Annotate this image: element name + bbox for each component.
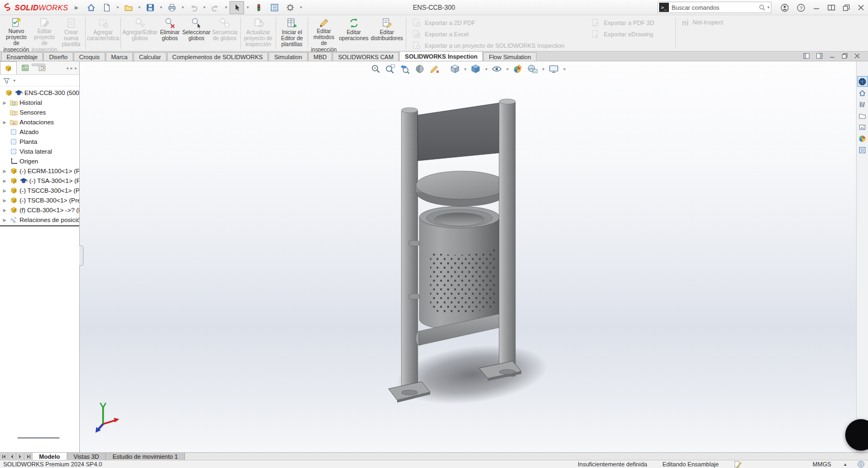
export-2d-pdf-button[interactable]: Exportar a 2D PDF bbox=[412, 17, 583, 28]
tree-item-origen[interactable]: Origen bbox=[0, 156, 79, 166]
panel-tab-scroll-arrows[interactable]: ◂▸▸ bbox=[66, 66, 79, 71]
command-search[interactable]: >_ ▼ bbox=[658, 2, 771, 13]
panel-collapse-handle[interactable] bbox=[31, 64, 46, 66]
expand-arrow-icon[interactable]: ▶ bbox=[1, 208, 8, 213]
filter-caret-icon[interactable]: ▼ bbox=[12, 79, 16, 83]
doc-restore-icon[interactable] bbox=[841, 53, 848, 59]
custom-properties-button[interactable] bbox=[857, 144, 868, 155]
export-pdf-3d-button[interactable]: Exportar a PDF 3D bbox=[591, 17, 669, 28]
view-settings-button[interactable] bbox=[547, 63, 560, 75]
dropdown-caret-icon[interactable]: ▼ bbox=[541, 67, 545, 71]
tab-modelo[interactable]: Modelo bbox=[33, 453, 67, 460]
dropdown-caret-icon[interactable]: ▼ bbox=[299, 5, 303, 9]
ribbon-secuencia-globos-button[interactable]: Secuencia de globos bbox=[210, 16, 239, 50]
minimize-button[interactable] bbox=[813, 4, 820, 11]
user-account-button[interactable] bbox=[780, 3, 789, 12]
units-label[interactable]: MMGS bbox=[813, 461, 831, 467]
panel-horizontal-scrollbar[interactable] bbox=[17, 437, 60, 439]
tab-vistas-3d[interactable]: Vistas 3D bbox=[67, 453, 106, 460]
select-tool-button[interactable] bbox=[229, 1, 244, 14]
dropdown-caret-icon[interactable]: ▼ bbox=[224, 5, 228, 9]
dropdown-caret-icon[interactable]: ▼ bbox=[484, 67, 488, 71]
doc-minimize-icon[interactable] bbox=[829, 53, 835, 59]
tab-solidworks-cam[interactable]: SOLIDWORKS CAM bbox=[333, 52, 399, 61]
expand-arrow-icon[interactable]: ▶ bbox=[1, 120, 8, 125]
dropdown-caret-icon[interactable]: ▼ bbox=[116, 5, 120, 9]
dropdown-caret-icon[interactable]: ▼ bbox=[563, 67, 566, 71]
units-caret-icon[interactable]: ▲ bbox=[843, 462, 847, 467]
dropdown-caret-icon[interactable]: ▼ bbox=[246, 5, 250, 9]
ribbon-nuevo-proyecto-button[interactable]: Nuevo proyecto de inspección bbox=[2, 16, 30, 50]
ribbon-editar-metodos-button[interactable]: Editar métodos de inspección bbox=[310, 16, 338, 50]
litter-bin-3d-model[interactable] bbox=[80, 61, 856, 452]
zoom-to-area-button[interactable] bbox=[384, 63, 397, 75]
view-orientation-button[interactable] bbox=[448, 63, 461, 75]
export-inspection-project-button[interactable]: Exportar a un proyecto de SOLIDWORKS Ins… bbox=[412, 40, 583, 50]
doc-close-icon[interactable] bbox=[854, 53, 860, 59]
view-palette-button[interactable] bbox=[857, 122, 868, 132]
tree-item-root[interactable]: ENS-CCB-300 (500) <<P bbox=[0, 88, 79, 98]
search-options-caret-icon[interactable]: ▼ bbox=[767, 5, 770, 9]
ribbon-editar-proyecto-button[interactable]: Editar proyecto de inspección bbox=[30, 16, 59, 50]
apply-scene-button[interactable] bbox=[526, 63, 539, 75]
export-excel-button[interactable]: Exportar a Excel bbox=[412, 29, 583, 39]
dropdown-caret-icon[interactable]: ▼ bbox=[181, 5, 184, 9]
ribbon-editar-distribuidores-button[interactable]: Editar distribuidores bbox=[369, 16, 404, 50]
help-button[interactable]: ? bbox=[796, 3, 806, 12]
options-button[interactable] bbox=[283, 1, 297, 14]
new-document-button[interactable] bbox=[100, 1, 114, 14]
hide-show-items-button[interactable] bbox=[490, 63, 503, 75]
tree-item-tscb-300[interactable]: ▶ (-) TSCB-300<1> (Prede bbox=[0, 195, 79, 205]
expand-arrow-icon[interactable]: ▶ bbox=[1, 188, 8, 193]
tree-item-ecrm-1100[interactable]: ▶ (-) ECRM-1100<1> (Pre bbox=[0, 166, 79, 176]
tab-scroll-prev-button[interactable] bbox=[8, 453, 16, 460]
pane-left-toggle-icon[interactable] bbox=[803, 53, 810, 59]
display-style-button[interactable] bbox=[469, 63, 482, 75]
net-inspect-button[interactable]: ni Net-Inspect bbox=[678, 16, 727, 50]
export-edrawing-button[interactable]: Exportar eDrawing bbox=[591, 29, 669, 39]
graphics-viewport[interactable]: ▼ ▼ ▼ ▼ ▼ bbox=[80, 61, 856, 452]
ribbon-agregar-editar-globos-button[interactable]: Agregar/Editar globos bbox=[123, 16, 157, 50]
ribbon-crear-plantilla-button[interactable]: Crear nueva plantilla bbox=[59, 16, 84, 50]
search-icon[interactable] bbox=[758, 4, 766, 11]
tab-scroll-next-button[interactable] bbox=[16, 453, 24, 460]
ribbon-seleccionar-globos-button[interactable]: Seleccionar globos bbox=[182, 16, 210, 50]
tree-item-relaciones[interactable]: ▶ Relaciones de posición bbox=[0, 215, 79, 225]
tab-simulation[interactable]: Simulation bbox=[269, 52, 307, 61]
status-globe-icon[interactable] bbox=[857, 460, 865, 468]
tab-flow-simulation[interactable]: Flow Simulation bbox=[483, 52, 537, 61]
tab-complementos[interactable]: Complementos de SOLIDWORKS bbox=[167, 52, 269, 61]
redo-button[interactable] bbox=[208, 1, 222, 14]
open-button[interactable] bbox=[122, 1, 136, 14]
pane-layout-button[interactable] bbox=[827, 4, 835, 11]
ribbon-actualizar-proyecto-button[interactable]: Actualizar proyecto de inspección bbox=[242, 16, 274, 50]
tree-item-anotaciones[interactable]: ▶ Anotaciones bbox=[0, 117, 79, 127]
ribbon-editar-operaciones-button[interactable]: Editar operaciones bbox=[338, 16, 369, 50]
dropdown-caret-icon[interactable]: ▼ bbox=[202, 5, 206, 9]
dynamic-annotation-button[interactable] bbox=[427, 63, 441, 75]
menu-flyout-arrow-icon[interactable]: ▶ bbox=[75, 5, 79, 10]
tree-item-planta[interactable]: Planta bbox=[0, 137, 79, 147]
tree-item-historial[interactable]: ▶ Historial bbox=[0, 98, 79, 107]
dropdown-caret-icon[interactable]: ▼ bbox=[138, 5, 142, 9]
tab-ensamblaje[interactable]: Ensamblaje bbox=[1, 52, 43, 61]
ribbon-eliminar-globos-button[interactable]: Eliminar globos bbox=[157, 16, 182, 50]
tab-scroll-first-button[interactable] bbox=[0, 453, 8, 460]
expand-arrow-icon[interactable]: ▶ bbox=[1, 169, 8, 174]
expand-arrow-icon[interactable]: ▶ bbox=[1, 179, 8, 184]
feature-manager-tab[interactable] bbox=[0, 61, 17, 74]
tree-item-tsa-300[interactable]: ▶ (-) TSA-300<1> (Pr bbox=[0, 176, 79, 186]
solidworks-resources-button[interactable] bbox=[857, 76, 868, 87]
expand-arrow-icon[interactable]: ▶ bbox=[1, 198, 8, 203]
panel-splitter-handle[interactable] bbox=[79, 245, 84, 266]
pane-right-toggle-icon[interactable] bbox=[816, 53, 823, 59]
expand-arrow-icon[interactable]: ▶ bbox=[1, 100, 8, 105]
edit-appearance-button[interactable] bbox=[512, 63, 525, 75]
edit-sketch-icon[interactable] bbox=[734, 460, 742, 468]
tree-item-vista-lateral[interactable]: Vista lateral bbox=[0, 147, 79, 156]
search-input[interactable] bbox=[669, 4, 758, 11]
zoom-to-fit-button[interactable] bbox=[369, 63, 382, 75]
ribbon-agregar-caracteristica-button[interactable]: Agregar característica bbox=[87, 16, 119, 50]
tree-filter-row[interactable]: ▼ bbox=[0, 75, 79, 86]
tab-diseno[interactable]: Diseño bbox=[43, 52, 73, 61]
